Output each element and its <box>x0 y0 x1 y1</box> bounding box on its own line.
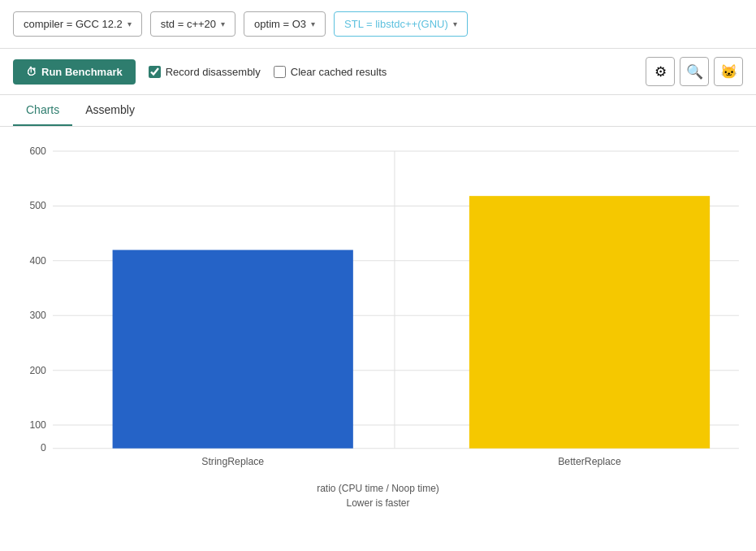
toolbar-right: ⚙ 🔍 🐱 <box>646 57 743 86</box>
run-icon: ⏱ <box>26 66 37 78</box>
chart-caption-line1: ratio (CPU time / Noop time) <box>13 481 743 496</box>
y-label-300: 300 <box>29 310 46 321</box>
chart-caption-line2: Lower is faster <box>13 496 743 510</box>
compiler-arrow: ▾ <box>127 20 132 28</box>
y-label-100: 100 <box>29 419 46 431</box>
x-label-betterreplace: BetterReplace <box>558 456 621 467</box>
record-disassembly-checkbox[interactable] <box>149 66 161 78</box>
settings-icon: ⚙ <box>654 63 667 80</box>
record-disassembly-text: Record disassembly <box>166 66 261 78</box>
bar-betterreplace <box>469 196 710 449</box>
chart-caption: ratio (CPU time / Noop time) Lower is fa… <box>13 481 743 510</box>
search-icon: 🔍 <box>686 63 703 80</box>
bar-chart: 600 500 400 300 200 100 0 StringRep <box>13 135 743 476</box>
profile-icon: 🐱 <box>720 63 737 80</box>
compiler-dropdown[interactable]: compiler = GCC 12.2 ▾ <box>13 11 142 37</box>
run-benchmark-button[interactable]: ⏱ Run Benchmark <box>13 59 136 85</box>
record-disassembly-label[interactable]: Record disassembly <box>149 66 261 78</box>
clear-cache-text: Clear cached results <box>291 66 387 78</box>
clear-cache-label[interactable]: Clear cached results <box>274 66 387 78</box>
x-label-stringreplace: StringReplace <box>201 456 264 467</box>
chart-container: 600 500 400 300 200 100 0 StringRep <box>13 135 743 476</box>
stl-dropdown[interactable]: STL = libstdc++(GNU) ▾ <box>334 11 468 37</box>
y-label-200: 200 <box>29 365 46 376</box>
clear-cache-checkbox[interactable] <box>274 66 286 78</box>
y-label-500: 500 <box>29 200 46 211</box>
search-button[interactable]: 🔍 <box>680 57 709 86</box>
tab-charts[interactable]: Charts <box>13 95 72 126</box>
optim-dropdown[interactable]: optim = O3 ▾ <box>244 11 326 37</box>
y-label-400: 400 <box>29 255 46 267</box>
chart-area: 600 500 400 300 200 100 0 StringRep <box>0 127 756 527</box>
settings-button[interactable]: ⚙ <box>646 57 675 86</box>
std-dropdown[interactable]: std = c++20 ▾ <box>150 11 235 37</box>
std-arrow: ▾ <box>221 20 225 28</box>
tabs-bar: Charts Assembly <box>0 95 756 127</box>
run-label: Run Benchmark <box>41 66 123 78</box>
optim-arrow: ▾ <box>311 20 315 28</box>
optim-label: optim = O3 <box>254 18 306 30</box>
compiler-label: compiler = GCC 12.2 <box>24 18 123 30</box>
y-label-0: 0 <box>41 442 46 453</box>
bar-stringreplace <box>113 250 353 449</box>
tab-assembly[interactable]: Assembly <box>72 95 148 126</box>
y-label-600: 600 <box>29 145 46 157</box>
toolbar: ⏱ Run Benchmark Record disassembly Clear… <box>0 49 756 95</box>
std-label: std = c++20 <box>161 18 216 30</box>
top-bar: compiler = GCC 12.2 ▾ std = c++20 ▾ opti… <box>0 0 756 49</box>
profile-button[interactable]: 🐱 <box>714 57 743 86</box>
stl-arrow: ▾ <box>453 20 457 28</box>
stl-label: STL = libstdc++(GNU) <box>344 18 448 30</box>
